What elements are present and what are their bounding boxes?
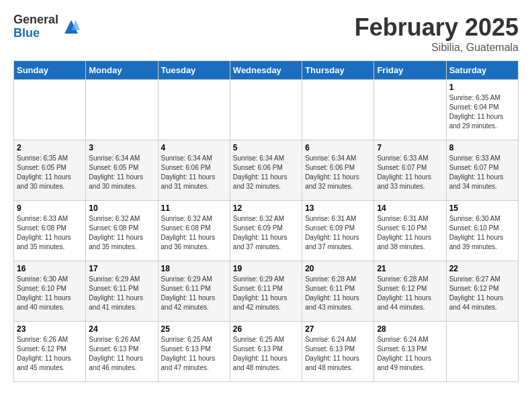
calendar-cell: 18Sunrise: 6:29 AM Sunset: 6:11 PM Dayli…: [158, 261, 230, 322]
day-info: Sunrise: 6:26 AM Sunset: 6:12 PM Dayligh…: [17, 335, 83, 373]
calendar-cell: 21Sunrise: 6:28 AM Sunset: 6:12 PM Dayli…: [374, 261, 446, 322]
title-block: February 2025 Sibilia, Guatemala: [355, 13, 519, 54]
day-info: Sunrise: 6:31 AM Sunset: 6:10 PM Dayligh…: [377, 214, 443, 252]
calendar-cell: 16Sunrise: 6:30 AM Sunset: 6:10 PM Dayli…: [14, 261, 86, 322]
calendar-cell: [158, 80, 230, 140]
day-info: Sunrise: 6:33 AM Sunset: 6:07 PM Dayligh…: [449, 154, 515, 191]
day-number: 25: [161, 324, 227, 334]
calendar-cell: 10Sunrise: 6:32 AM Sunset: 6:08 PM Dayli…: [86, 201, 158, 261]
calendar-week-5: 23Sunrise: 6:26 AM Sunset: 6:12 PM Dayli…: [14, 322, 519, 382]
calendar-cell: 22Sunrise: 6:27 AM Sunset: 6:12 PM Dayli…: [446, 261, 518, 322]
calendar-header-wednesday: Wednesday: [230, 61, 302, 80]
day-info: Sunrise: 6:35 AM Sunset: 6:05 PM Dayligh…: [17, 154, 83, 191]
day-info: Sunrise: 6:34 AM Sunset: 6:06 PM Dayligh…: [233, 154, 299, 191]
day-number: 3: [89, 143, 154, 152]
day-info: Sunrise: 6:24 AM Sunset: 6:13 PM Dayligh…: [377, 335, 443, 373]
calendar-week-3: 9Sunrise: 6:33 AM Sunset: 6:08 PM Daylig…: [14, 201, 519, 261]
day-number: 5: [233, 143, 299, 152]
day-info: Sunrise: 6:31 AM Sunset: 6:09 PM Dayligh…: [305, 214, 371, 252]
day-number: 13: [305, 203, 371, 213]
calendar-cell: 4Sunrise: 6:34 AM Sunset: 6:06 PM Daylig…: [158, 140, 230, 201]
day-info: Sunrise: 6:26 AM Sunset: 6:13 PM Dayligh…: [89, 335, 154, 373]
calendar-cell: [446, 322, 518, 382]
calendar-header-tuesday: Tuesday: [158, 61, 230, 80]
calendar-header-friday: Friday: [374, 61, 446, 80]
day-info: Sunrise: 6:33 AM Sunset: 6:08 PM Dayligh…: [17, 214, 83, 252]
day-number: 4: [161, 143, 227, 152]
day-number: 20: [305, 264, 371, 273]
calendar-cell: 5Sunrise: 6:34 AM Sunset: 6:06 PM Daylig…: [230, 140, 302, 201]
day-info: Sunrise: 6:33 AM Sunset: 6:07 PM Dayligh…: [377, 154, 443, 191]
day-info: Sunrise: 6:28 AM Sunset: 6:11 PM Dayligh…: [305, 275, 371, 312]
calendar-cell: 7Sunrise: 6:33 AM Sunset: 6:07 PM Daylig…: [374, 140, 446, 201]
day-info: Sunrise: 6:34 AM Sunset: 6:06 PM Dayligh…: [305, 154, 371, 191]
calendar-cell: [302, 80, 374, 140]
day-info: Sunrise: 6:25 AM Sunset: 6:13 PM Dayligh…: [161, 335, 227, 373]
logo: General Blue: [13, 13, 81, 40]
calendar-cell: 12Sunrise: 6:32 AM Sunset: 6:09 PM Dayli…: [230, 201, 302, 261]
calendar-cell: 28Sunrise: 6:24 AM Sunset: 6:13 PM Dayli…: [374, 322, 446, 382]
calendar-cell: 26Sunrise: 6:25 AM Sunset: 6:13 PM Dayli…: [230, 322, 302, 382]
calendar-cell: 1Sunrise: 6:35 AM Sunset: 6:04 PM Daylig…: [446, 80, 518, 140]
day-number: 11: [161, 203, 227, 213]
day-info: Sunrise: 6:29 AM Sunset: 6:11 PM Dayligh…: [89, 275, 154, 312]
day-number: 7: [377, 143, 443, 152]
calendar-cell: 9Sunrise: 6:33 AM Sunset: 6:08 PM Daylig…: [14, 201, 86, 261]
calendar-cell: 8Sunrise: 6:33 AM Sunset: 6:07 PM Daylig…: [446, 140, 518, 201]
logo-general-text: General: [13, 13, 58, 27]
day-info: Sunrise: 6:34 AM Sunset: 6:06 PM Dayligh…: [161, 154, 227, 191]
calendar-header-thursday: Thursday: [302, 61, 374, 80]
day-number: 18: [161, 264, 227, 273]
calendar-table: SundayMondayTuesdayWednesdayThursdayFrid…: [13, 60, 519, 382]
calendar-week-1: 1Sunrise: 6:35 AM Sunset: 6:04 PM Daylig…: [14, 80, 519, 140]
calendar-cell: 2Sunrise: 6:35 AM Sunset: 6:05 PM Daylig…: [14, 140, 86, 201]
calendar-cell: [230, 80, 302, 140]
day-info: Sunrise: 6:32 AM Sunset: 6:08 PM Dayligh…: [161, 214, 227, 252]
day-number: 21: [377, 264, 443, 273]
day-number: 28: [377, 324, 443, 334]
day-info: Sunrise: 6:35 AM Sunset: 6:04 PM Dayligh…: [449, 93, 515, 131]
calendar-cell: [86, 80, 158, 140]
logo-icon: [61, 17, 81, 37]
day-info: Sunrise: 6:28 AM Sunset: 6:12 PM Dayligh…: [377, 275, 443, 312]
calendar-cell: 15Sunrise: 6:30 AM Sunset: 6:10 PM Dayli…: [446, 201, 518, 261]
day-info: Sunrise: 6:34 AM Sunset: 6:05 PM Dayligh…: [89, 154, 154, 191]
day-number: 27: [305, 324, 371, 334]
day-info: Sunrise: 6:32 AM Sunset: 6:09 PM Dayligh…: [233, 214, 299, 252]
day-info: Sunrise: 6:29 AM Sunset: 6:11 PM Dayligh…: [233, 275, 299, 312]
calendar-header-monday: Monday: [86, 61, 158, 80]
day-number: 17: [89, 264, 154, 273]
day-info: Sunrise: 6:27 AM Sunset: 6:12 PM Dayligh…: [449, 275, 515, 312]
calendar-cell: 25Sunrise: 6:25 AM Sunset: 6:13 PM Dayli…: [158, 322, 230, 382]
month-title: February 2025: [355, 13, 519, 42]
calendar-cell: [14, 80, 86, 140]
calendar-week-4: 16Sunrise: 6:30 AM Sunset: 6:10 PM Dayli…: [14, 261, 519, 322]
day-number: 19: [233, 264, 299, 273]
day-number: 22: [449, 264, 515, 273]
day-info: Sunrise: 6:24 AM Sunset: 6:13 PM Dayligh…: [305, 335, 371, 373]
calendar-header-sunday: Sunday: [14, 61, 86, 80]
calendar-cell: 23Sunrise: 6:26 AM Sunset: 6:12 PM Dayli…: [14, 322, 86, 382]
day-number: 26: [233, 324, 299, 334]
calendar-week-2: 2Sunrise: 6:35 AM Sunset: 6:05 PM Daylig…: [14, 140, 519, 201]
day-number: 14: [377, 203, 443, 213]
calendar-cell: 24Sunrise: 6:26 AM Sunset: 6:13 PM Dayli…: [86, 322, 158, 382]
day-number: 12: [233, 203, 299, 213]
day-number: 15: [449, 203, 515, 213]
calendar-header-row: SundayMondayTuesdayWednesdayThursdayFrid…: [14, 61, 519, 80]
day-number: 8: [449, 143, 515, 152]
day-number: 23: [17, 324, 83, 334]
calendar-cell: 14Sunrise: 6:31 AM Sunset: 6:10 PM Dayli…: [374, 201, 446, 261]
day-number: 10: [89, 203, 154, 213]
day-number: 9: [17, 203, 83, 213]
calendar-cell: 11Sunrise: 6:32 AM Sunset: 6:08 PM Dayli…: [158, 201, 230, 261]
location-subtitle: Sibilia, Guatemala: [355, 42, 519, 54]
day-number: 2: [17, 143, 83, 152]
calendar-cell: 3Sunrise: 6:34 AM Sunset: 6:05 PM Daylig…: [86, 140, 158, 201]
logo-blue-text: Blue: [13, 27, 58, 40]
calendar-cell: 27Sunrise: 6:24 AM Sunset: 6:13 PM Dayli…: [302, 322, 374, 382]
day-number: 24: [89, 324, 154, 334]
day-info: Sunrise: 6:29 AM Sunset: 6:11 PM Dayligh…: [161, 275, 227, 312]
calendar-cell: [374, 80, 446, 140]
day-info: Sunrise: 6:32 AM Sunset: 6:08 PM Dayligh…: [89, 214, 154, 252]
